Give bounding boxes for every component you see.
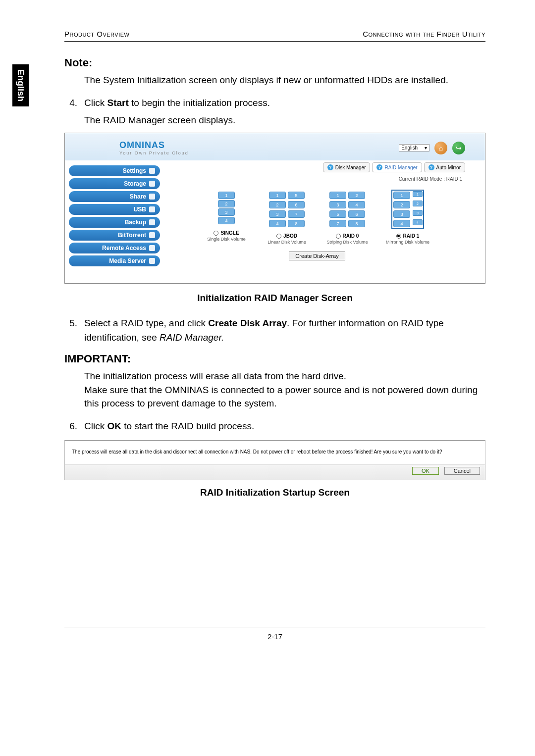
home-icon[interactable]: ⌂	[434, 142, 447, 154]
raid-label: SINGLE	[220, 230, 239, 236]
important-body: The initialization process will erase al…	[84, 369, 485, 410]
note-heading: Note:	[64, 56, 485, 69]
figure-caption-2: RAID Initialization Startup Screen	[64, 487, 485, 498]
raid-label: JBOD	[283, 233, 297, 239]
sidebar-item-backup[interactable]: Backup	[69, 217, 160, 228]
footer-rule	[64, 627, 485, 627]
step5-italic: RAID Manager.	[160, 332, 224, 343]
single-disk-diagram: 1234	[217, 191, 236, 225]
sidebar-label: Media Server	[109, 257, 146, 264]
step6-number: 6.	[64, 419, 84, 434]
step6-part-a: Click	[84, 421, 107, 431]
step4-text: Click Start to begin the initialization …	[84, 96, 485, 110]
question-icon: ?	[428, 164, 434, 170]
step4-part-c: to begin the initialization process.	[129, 98, 270, 108]
cancel-button[interactable]: Cancel	[444, 467, 480, 475]
tab-label: Auto Mirror	[436, 165, 461, 170]
raid-option-raid0[interactable]: 12 34 56 78 RAID 0 Striping Disk Volume	[323, 191, 371, 245]
step6-text: Click OK to start the RAID build process…	[84, 419, 485, 434]
language-select[interactable]: English ▾	[399, 144, 429, 151]
ok-button[interactable]: OK	[412, 467, 439, 475]
sidebar: Settings Storage Share USB Backup BitTor…	[65, 160, 164, 283]
usb-icon	[149, 206, 155, 212]
remote-icon	[149, 245, 155, 251]
step4-bold: Start	[107, 98, 128, 108]
note-body: The System Initialization screen only di…	[84, 73, 485, 87]
sidebar-item-share[interactable]: Share	[69, 191, 160, 202]
app-logo: OMNINAS	[119, 140, 189, 151]
language-select-value: English	[401, 145, 418, 151]
step5-number: 5.	[64, 316, 84, 345]
step4-subtext: The RAID Manager screen displays.	[84, 115, 485, 126]
chevron-down-icon: ▾	[425, 145, 427, 151]
header-left: Product Overview	[64, 30, 129, 38]
raid-label: RAID 1	[403, 233, 420, 239]
question-icon: ?	[327, 164, 333, 170]
raid-option-raid1[interactable]: 11 22 33 44 RAID 1 Mirroring Disk Volume	[384, 191, 431, 245]
important-heading: IMPORTANT:	[64, 353, 485, 365]
question-icon: ?	[376, 164, 382, 170]
step4-part-a: Click	[84, 98, 107, 108]
sidebar-label: USB	[134, 206, 146, 213]
header-right: Connecting with the Finder Utility	[363, 30, 485, 38]
sidebar-label: Share	[130, 193, 146, 200]
create-disk-array-button[interactable]: Create Disk-Array	[289, 252, 345, 260]
step6-bold: OK	[107, 421, 121, 431]
backup-icon	[149, 219, 155, 225]
step5-part-a: Select a RAID type, and click	[84, 318, 208, 328]
dialog-message: The process will erase all data in the d…	[70, 444, 480, 461]
sidebar-label: Storage	[124, 180, 146, 187]
confirmation-dialog: The process will erase all data in the d…	[64, 440, 485, 480]
tab-label: RAID Manager	[384, 165, 417, 170]
radio-icon[interactable]	[214, 231, 218, 236]
raid-desc: Single Disk Volume	[207, 237, 246, 242]
radio-icon[interactable]	[396, 234, 401, 239]
radio-icon[interactable]	[336, 234, 341, 239]
current-raid-mode: Current RAID Mode : RAID 1	[169, 176, 465, 182]
step4-number: 4.	[64, 96, 84, 110]
gear-icon	[149, 168, 155, 174]
step6-part-c: to start the RAID build process.	[121, 421, 254, 431]
sidebar-item-remote[interactable]: Remote Access	[69, 243, 160, 253]
bittorrent-icon	[149, 232, 155, 238]
raid-option-jbod[interactable]: 15 26 37 48 JBOD Linear Disk Volume	[263, 191, 311, 245]
share-icon	[149, 194, 155, 200]
logout-icon[interactable]: ↪	[452, 142, 465, 154]
tab-raid-manager[interactable]: ?RAID Manager	[372, 162, 422, 172]
language-tab: English	[12, 64, 29, 106]
raid0-disk-diagram: 12 34 56 78	[328, 191, 366, 228]
sidebar-label: Remote Access	[102, 245, 146, 252]
raid-option-single[interactable]: 1234 SINGLE Single Disk Volume	[203, 191, 250, 245]
tab-auto-mirror[interactable]: ?Auto Mirror	[424, 162, 465, 172]
sidebar-item-settings[interactable]: Settings	[69, 165, 160, 176]
raid-desc: Linear Disk Volume	[268, 240, 306, 245]
sidebar-item-bittorrent[interactable]: BitTorrent	[69, 230, 160, 241]
sidebar-label: Backup	[125, 219, 146, 226]
page-number: 2-17	[64, 632, 485, 641]
sidebar-label: Settings	[123, 167, 146, 174]
sidebar-label: BitTorrent	[118, 232, 146, 239]
radio-icon[interactable]	[276, 234, 281, 239]
tab-disk-manager[interactable]: ?Disk Manager	[323, 162, 371, 172]
jbod-disk-diagram: 15 26 37 48	[268, 191, 306, 228]
media-icon	[149, 258, 155, 264]
raid-desc: Striping Disk Volume	[326, 240, 368, 245]
raid1-disk-diagram: 11 22 33 44	[392, 191, 423, 228]
step5-bold: Create Disk Array	[208, 318, 287, 328]
sidebar-item-storage[interactable]: Storage	[69, 178, 160, 189]
raid-manager-screenshot: OMNINAS Your Own Private Cloud English ▾…	[64, 133, 485, 284]
raid-label: RAID 0	[343, 233, 359, 239]
tab-label: Disk Manager	[335, 165, 366, 170]
figure-caption-1: Initialization RAID Manager Screen	[64, 293, 485, 303]
sidebar-item-usb[interactable]: USB	[69, 204, 160, 215]
app-logo-sub: Your Own Private Cloud	[119, 151, 189, 155]
step5-text: Select a RAID type, and click Create Dis…	[84, 316, 485, 345]
raid-desc: Mirroring Disk Volume	[386, 240, 429, 245]
sidebar-item-media[interactable]: Media Server	[69, 255, 160, 266]
storage-icon	[149, 181, 155, 187]
header-rule	[64, 41, 485, 42]
